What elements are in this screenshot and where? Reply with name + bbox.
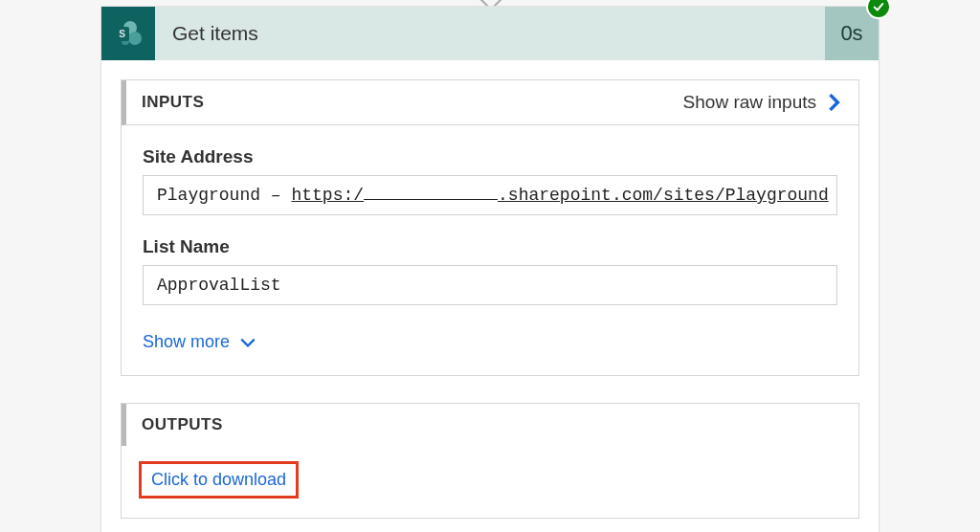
chevron-right-icon	[826, 94, 843, 111]
show-raw-inputs-button[interactable]: Show raw inputs	[683, 92, 843, 113]
field-list-name: List Name ApprovalList	[143, 236, 837, 305]
field-site-address: Site Address Playground – https:/.sharep…	[143, 146, 837, 215]
sharepoint-icon: S	[115, 20, 142, 47]
show-more-button[interactable]: Show more	[143, 332, 256, 352]
inputs-body: Site Address Playground – https:/.sharep…	[122, 125, 858, 375]
site-address-value[interactable]: Playground – https:/.sharepoint.com/site…	[143, 175, 837, 215]
sharepoint-icon-box: S	[101, 7, 155, 60]
inputs-label: INPUTS	[142, 93, 683, 112]
download-highlight: Click to download	[139, 461, 299, 499]
outputs-label: OUTPUTS	[142, 415, 843, 434]
outputs-body: Click to download	[122, 446, 858, 518]
action-card: S Get items 0s INPUTS Show raw inputs Si…	[100, 6, 880, 532]
redacted-segment	[364, 199, 498, 200]
card-body: INPUTS Show raw inputs Site Address Play…	[101, 60, 879, 532]
outputs-header: OUTPUTS	[122, 404, 858, 446]
site-address-label: Site Address	[143, 146, 837, 167]
list-name-value[interactable]: ApprovalList	[143, 265, 837, 305]
inputs-header: INPUTS Show raw inputs	[122, 80, 858, 125]
list-name-label: List Name	[143, 236, 837, 257]
check-icon	[872, 0, 885, 13]
inputs-section: INPUTS Show raw inputs Site Address Play…	[121, 79, 859, 376]
show-more-label: Show more	[143, 332, 230, 352]
outputs-section: OUTPUTS Click to download	[121, 403, 859, 519]
show-raw-inputs-label: Show raw inputs	[683, 92, 816, 113]
download-link[interactable]: Click to download	[147, 468, 290, 492]
chevron-down-icon	[239, 334, 256, 351]
success-badge	[866, 0, 891, 19]
card-header[interactable]: S Get items 0s	[101, 7, 879, 60]
card-title: Get items	[155, 7, 825, 60]
